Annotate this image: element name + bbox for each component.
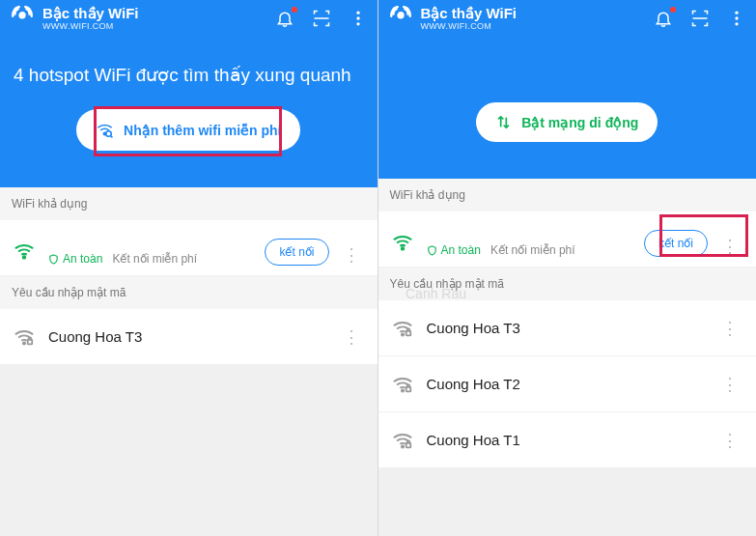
empty-area [0, 365, 378, 536]
svg-point-12 [735, 22, 738, 25]
wifi-lock-icon [390, 374, 415, 395]
svg-point-9 [398, 13, 403, 17]
more-vert-icon[interactable] [349, 9, 368, 28]
scan-icon[interactable] [312, 9, 331, 28]
screen-left: Bậc thầy WiFi WWW.WIFI.COM 4 hotspot WiF… [0, 0, 378, 536]
free-connect-label: Kết nối miễn phí [490, 243, 575, 257]
svg-point-6 [23, 256, 25, 258]
more-vert-icon[interactable]: ⋮ [329, 326, 366, 348]
app-logo: Bậc thầy WiFi WWW.WIFI.COM [10, 6, 139, 31]
network-name: Cuong Hoa T2 [427, 376, 709, 392]
svg-rect-19 [406, 443, 410, 448]
wifi-signal-icon [390, 232, 415, 253]
more-vert-icon[interactable]: ⋮ [329, 244, 366, 266]
svg-point-16 [401, 389, 403, 391]
topbar: Bậc thầy WiFi WWW.WIFI.COM [378, 0, 757, 37]
topbar: Bậc thầy WiFi WWW.WIFI.COM [0, 0, 378, 37]
enable-mobile-data-button[interactable]: Bật mạng di động [476, 102, 658, 142]
network-name: Cuong Hoa T3 [48, 328, 329, 345]
svg-point-11 [735, 17, 738, 20]
more-vert-icon[interactable]: ⋮ [708, 374, 744, 395]
data-arrows-icon [495, 114, 512, 130]
wifi-lock-icon [390, 318, 415, 339]
scan-icon[interactable] [690, 9, 710, 28]
wifi-list: WiFi khả dụng An toàn Kết nối miễn phí k… [0, 187, 378, 365]
svg-point-7 [23, 342, 25, 344]
svg-rect-8 [28, 340, 33, 345]
screen-right: Bậc thầy WiFi WWW.WIFI.COM [378, 0, 757, 536]
network-name: Cuong Hoa T3 [427, 320, 709, 336]
svg-point-13 [401, 247, 403, 249]
connect-button[interactable]: kết nối [644, 230, 708, 257]
app-title: Bậc thầy WiFi [421, 6, 518, 22]
app-subtitle: WWW.WIFI.COM [421, 22, 518, 32]
wifi-list: WiFi khả dụng An toàn Kết nối miễn phí k… [378, 179, 757, 468]
empty-area [378, 468, 757, 536]
safe-label: An toàn [48, 252, 102, 266]
safe-label: An toàn [427, 243, 481, 257]
section-password: Yêu cầu nhập mật mã [0, 276, 378, 309]
svg-point-3 [356, 22, 359, 25]
header: Bậc thầy WiFi WWW.WIFI.COM [378, 0, 757, 179]
wifi-row-safe[interactable]: An toàn Kết nối miễn phí kết nối ⋮ [378, 212, 757, 268]
section-available: WiFi khả dụng [378, 179, 757, 212]
wifi-broadcast-icon [10, 6, 35, 31]
bell-icon[interactable] [654, 9, 673, 28]
svg-point-14 [401, 333, 403, 335]
wifi-lock-icon [12, 326, 37, 348]
bell-icon[interactable] [275, 9, 294, 28]
svg-point-0 [20, 13, 25, 17]
header: Bậc thầy WiFi WWW.WIFI.COM 4 hotspot WiF… [0, 0, 378, 187]
notification-dot-icon [670, 7, 676, 13]
svg-point-10 [735, 12, 738, 14]
page-headline: 4 hotspot WiFi được tìm thấy xung quanh [0, 37, 378, 109]
free-connect-label: Kết nối miễn phí [112, 252, 197, 266]
more-vert-icon[interactable]: ⋮ [708, 430, 744, 451]
wifi-row-safe[interactable]: An toàn Kết nối miễn phí kết nối ⋮ [0, 220, 378, 276]
svg-point-5 [106, 131, 112, 137]
svg-point-2 [356, 17, 359, 20]
get-more-wifi-button[interactable]: Nhận thêm wifi miễn phí [76, 109, 300, 151]
network-name: Cuong Hoa T1 [427, 432, 709, 448]
connect-button[interactable]: kết nối [265, 239, 328, 266]
svg-point-1 [356, 12, 359, 14]
more-vert-icon[interactable]: ⋮ [708, 318, 744, 339]
svg-rect-17 [406, 387, 410, 392]
cta-label: Bật mạng di động [521, 115, 638, 130]
more-vert-icon[interactable]: ⋮ [708, 236, 744, 257]
wifi-row[interactable]: Cuong Hoa T3 ⋮ [378, 300, 757, 356]
wifi-broadcast-icon [388, 6, 413, 31]
section-available: WiFi khả dụng [0, 187, 378, 220]
cta-label: Nhận thêm wifi miễn phí [124, 123, 281, 138]
svg-rect-15 [406, 331, 410, 336]
wifi-lock-icon [390, 430, 415, 451]
app-subtitle: WWW.WIFI.COM [42, 22, 139, 32]
more-vert-icon[interactable] [727, 9, 746, 28]
wifi-row[interactable]: Cuong Hoa T2 ⋮ [378, 356, 757, 412]
wifi-search-icon [96, 121, 114, 139]
notification-dot-icon [292, 7, 297, 13]
app-title: Bậc thầy WiFi [42, 6, 139, 22]
wifi-row[interactable]: Cuong Hoa T3 ⋮ [0, 309, 378, 365]
wifi-signal-icon [12, 240, 37, 262]
svg-point-18 [401, 445, 403, 447]
app-logo: Bậc thầy WiFi WWW.WIFI.COM [388, 6, 518, 31]
wifi-row[interactable]: Cuong Hoa T1 ⋮ [378, 412, 757, 468]
section-password: Yêu cầu nhập mật mã [378, 268, 757, 300]
